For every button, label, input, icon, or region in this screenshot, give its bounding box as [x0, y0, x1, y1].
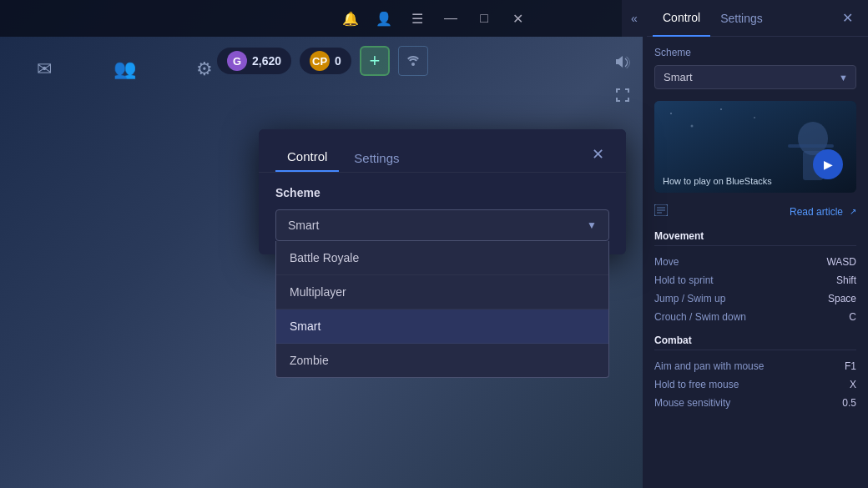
dropdown-item-battle-royale[interactable]: Battle Royale	[276, 241, 608, 275]
keybind-row: Hold to free mouse X	[654, 375, 856, 394]
dialog-scheme-select-wrapper: Smart ▼ Battle Royale Multiplayer Smart …	[275, 209, 609, 241]
cp-value: 0	[335, 54, 341, 68]
keybind-label: Jump / Swim up	[654, 293, 725, 304]
network-icon	[398, 46, 428, 76]
movement-keybinds: Move WASDHold to sprint ShiftJump / Swim…	[654, 253, 856, 326]
svg-point-5	[754, 117, 755, 118]
right-sidebar: Control Settings ✕ Scheme Smart Battle R…	[643, 0, 868, 488]
combat-section: Combat Aim and pan with mouse F1Hold to …	[643, 330, 868, 415]
combat-keybinds: Aim and pan with mouse F1Hold to free mo…	[654, 357, 856, 412]
keybind-label: Aim and pan with mouse	[654, 360, 764, 372]
dialog-tab-settings[interactable]: Settings	[342, 144, 411, 172]
keybind-row: Move WASD	[654, 253, 856, 271]
cp-icon: CP	[310, 51, 330, 71]
movement-section: Movement Move WASDHold to sprint ShiftJu…	[643, 225, 868, 330]
keybind-value: Space	[828, 293, 856, 304]
sound-icon[interactable]	[609, 48, 636, 75]
svg-point-4	[720, 108, 722, 110]
combat-title: Combat	[654, 335, 856, 350]
add-currency-button[interactable]: +	[360, 46, 390, 76]
collapse-icon: «	[631, 12, 638, 25]
maximize-icon[interactable]: □	[475, 9, 493, 28]
keybind-value: X	[850, 379, 856, 390]
tutorial-label: How to play on BlueStacks	[663, 176, 772, 186]
sidebar-tab-control[interactable]: Control	[653, 0, 710, 37]
gold-currency: G 2,620	[217, 48, 291, 74]
menu-icon[interactable]: ☰	[408, 9, 426, 28]
dropdown-item-zombie[interactable]: Zombie	[276, 344, 608, 377]
dialog-select-arrow-icon: ▼	[587, 219, 597, 231]
keybind-label: Hold to free mouse	[654, 379, 739, 390]
dialog-scheme-label: Scheme	[275, 186, 609, 199]
keybind-row: Crouch / Swim down C	[654, 308, 856, 326]
keybind-value: Shift	[836, 274, 856, 286]
mail-icon[interactable]: ✉	[25, 50, 63, 88]
read-article-row: Read article ↗	[643, 198, 868, 225]
dialog-tab-control[interactable]: Control	[275, 143, 339, 172]
bell-icon[interactable]: 🔔	[341, 9, 360, 28]
sidebar-close-button[interactable]: ✕	[837, 7, 858, 29]
dropdown-item-multiplayer[interactable]: Multiplayer	[276, 275, 608, 309]
svg-point-3	[691, 125, 694, 128]
close-window-icon[interactable]: ✕	[508, 9, 527, 28]
keybind-label: Crouch / Swim down	[654, 311, 746, 323]
keybind-label: Mouse sensitivity	[654, 397, 730, 409]
dialog-header: Control Settings ✕	[259, 129, 626, 173]
scheme-select[interactable]: Smart Battle Royale Multiplayer Zombie	[654, 65, 856, 89]
fullscreen-icon[interactable]	[609, 82, 636, 108]
dropdown-menu: Battle Royale Multiplayer Smart Zombie	[275, 241, 609, 378]
control-dialog[interactable]: Control Settings ✕ Scheme Smart ▼ Battle…	[259, 129, 626, 254]
play-button[interactable]: ▶	[813, 149, 843, 179]
gold-value: 2,620	[252, 54, 281, 68]
keybind-row: Jump / Swim up Space	[654, 289, 856, 308]
friends-icon[interactable]: 👥	[105, 50, 144, 88]
dropdown-item-smart[interactable]: Smart	[276, 309, 608, 344]
keybind-row: Aim and pan with mouse F1	[654, 357, 856, 375]
profile-icon[interactable]: 👤	[375, 9, 393, 28]
collapse-button[interactable]: «	[622, 0, 647, 37]
dialog-body: Scheme Smart ▼ Battle Royale Multiplayer…	[259, 173, 626, 254]
tutorial-video[interactable]: ▶ How to play on BlueStacks	[654, 101, 856, 193]
game-icons-row: ✉ 👥 ⚙	[25, 50, 224, 88]
keybind-value: F1	[845, 360, 856, 372]
dialog-scheme-value: Smart	[288, 219, 319, 232]
dialog-scheme-select[interactable]: Smart ▼	[275, 209, 609, 241]
keybind-label: Move	[654, 256, 679, 268]
scheme-select-wrapper: Smart Battle Royale Multiplayer Zombie ▼	[654, 65, 856, 89]
svg-rect-8	[788, 144, 834, 148]
keybind-value: WASD	[826, 256, 856, 268]
svg-point-2	[670, 113, 672, 114]
sidebar-tab-settings[interactable]: Settings	[710, 0, 773, 37]
read-article-link[interactable]: Read article	[790, 206, 843, 218]
side-icons-panel	[603, 42, 643, 115]
keybind-label: Hold to sprint	[654, 274, 714, 286]
scheme-label: Scheme	[654, 47, 856, 58]
dialog-close-button[interactable]: ✕	[587, 143, 609, 165]
svg-point-0	[411, 63, 415, 66]
keybind-row: Hold to sprint Shift	[654, 271, 856, 289]
cp-currency: CP 0	[300, 48, 351, 74]
currency-bar: G 2,620 CP 0 +	[217, 46, 428, 76]
minimize-icon[interactable]: —	[442, 9, 460, 28]
sidebar-header: Control Settings ✕	[643, 0, 868, 37]
article-icon	[654, 204, 668, 219]
keybind-row: Mouse sensitivity 0.5	[654, 394, 856, 412]
keybind-value: 0.5	[842, 397, 856, 409]
movement-title: Movement	[654, 230, 856, 246]
keybind-value: C	[849, 311, 856, 323]
sidebar-scheme-section: Scheme Smart Battle Royale Multiplayer Z…	[643, 37, 868, 96]
external-link-icon: ↗	[850, 207, 856, 216]
gold-icon: G	[227, 51, 247, 71]
